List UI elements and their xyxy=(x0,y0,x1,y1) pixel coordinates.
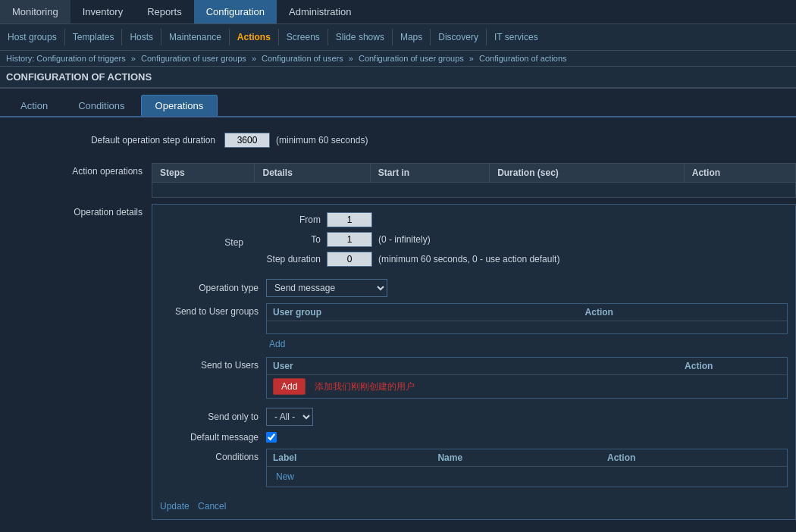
breadcrumb-link-2[interactable]: Configuration of user groups xyxy=(141,54,246,63)
users-table-container: User Action Add 添加我们刚刚创建的用户 xyxy=(266,357,788,399)
user-groups-table: User group Action xyxy=(267,304,787,333)
breadcrumb-current: Configuration of actions xyxy=(479,54,567,63)
send-user-groups-control: User group Action Add xyxy=(266,303,788,351)
second-nav: Host groups Templates Hosts Maintenance … xyxy=(0,24,796,51)
add-user-annotation: 添加我们刚刚创建的用户 xyxy=(315,381,415,392)
nav-it-services[interactable]: IT services xyxy=(487,29,546,45)
action-operations-table: Steps Details Start in Duration (sec) Ac… xyxy=(152,163,796,198)
nav-screens[interactable]: Screens xyxy=(279,29,328,45)
send-only-label: Send only to xyxy=(160,412,266,422)
cond-col-label: Label xyxy=(267,449,431,467)
breadcrumb-sep2: » xyxy=(252,54,259,63)
nav-host-groups[interactable]: Host groups xyxy=(0,29,65,45)
step-fields: From To (0 - infinitely) Step duration (… xyxy=(251,212,559,273)
breadcrumb-prefix: History: xyxy=(6,54,36,63)
step-duration-hint: (minimum 60 seconds) xyxy=(276,135,368,146)
page-title: CONFIGURATION OF ACTIONS xyxy=(6,71,152,83)
users-add-button[interactable]: Add xyxy=(273,378,306,395)
step-duration-sub-input[interactable] xyxy=(327,252,372,267)
table-row: New xyxy=(267,466,787,487)
action-operations-label: Action operations xyxy=(0,163,152,177)
table-row: Add 添加我们刚刚创建的用户 xyxy=(267,374,787,398)
step-to-hint: (0 - infinitely) xyxy=(378,234,431,245)
conditions-new-link[interactable]: New xyxy=(273,470,297,483)
op-update-link[interactable]: Update xyxy=(160,501,190,512)
breadcrumb: History: Configuration of triggers » Con… xyxy=(0,51,796,67)
conditions-control: Label Name Action New xyxy=(266,449,788,490)
breadcrumb-link-1[interactable]: Configuration of triggers xyxy=(36,54,125,63)
action-operations-control: Steps Details Start in Duration (sec) Ac… xyxy=(152,163,796,198)
default-message-row: Default message xyxy=(160,432,788,443)
operation-type-label: Operation type xyxy=(160,283,266,293)
nav-reports[interactable]: Reports xyxy=(135,0,194,23)
breadcrumb-sep: » xyxy=(131,54,138,63)
cond-col-name: Name xyxy=(431,449,601,467)
ops-col-steps: Steps xyxy=(152,164,255,183)
step-from-input[interactable] xyxy=(327,212,372,227)
send-users-row: Send to Users User Action xyxy=(160,357,788,402)
step-duration-input[interactable] xyxy=(224,133,270,148)
user-groups-table-container: User group Action xyxy=(266,303,788,334)
table-row xyxy=(152,183,796,198)
content-area: Default operation step duration (minimum… xyxy=(0,117,796,532)
op-cancel-link[interactable]: Cancel xyxy=(198,501,226,512)
nav-maps[interactable]: Maps xyxy=(393,29,431,45)
operation-type-row: Operation type Send message Remote comma… xyxy=(160,279,788,297)
ops-col-start: Start in xyxy=(370,164,489,183)
step-from-label: From xyxy=(251,214,327,225)
nav-administration[interactable]: Administration xyxy=(277,0,363,23)
ops-col-details: Details xyxy=(255,164,370,183)
step-duration-sub-label: Step duration xyxy=(251,254,327,264)
nav-slide-shows[interactable]: Slide shows xyxy=(328,29,393,45)
operation-details-box: Step From To (0 - infinitely) Step durat… xyxy=(152,204,796,520)
u-col-user: User xyxy=(267,358,678,375)
tab-action[interactable]: Action xyxy=(6,95,62,116)
nav-templates[interactable]: Templates xyxy=(65,29,123,45)
step-duration-row: Default operation step duration (minimum… xyxy=(0,127,796,154)
step-label: Step xyxy=(160,237,251,248)
step-from-row: From xyxy=(251,212,559,227)
breadcrumb-link-3[interactable]: Configuration of users xyxy=(262,54,343,63)
conditions-table: Label Name Action New xyxy=(267,449,787,487)
operation-details-label: Operation details xyxy=(0,204,152,217)
user-groups-add-link[interactable]: Add xyxy=(266,337,288,351)
nav-maintenance[interactable]: Maintenance xyxy=(161,29,230,45)
send-user-groups-label: Send to User groups xyxy=(160,303,266,317)
operation-details-row: Operation details Step From To (0 - infi… xyxy=(0,204,796,520)
nav-configuration[interactable]: Configuration xyxy=(194,0,277,23)
page-title-bar: CONFIGURATION OF ACTIONS xyxy=(0,67,796,89)
ug-col-group: User group xyxy=(267,304,579,321)
nav-discovery[interactable]: Discovery xyxy=(431,29,487,45)
step-to-label: To xyxy=(251,234,327,245)
nav-actions[interactable]: Actions xyxy=(230,29,279,45)
step-duration-sub-row: Step duration (minimum 60 seconds, 0 - u… xyxy=(251,252,559,267)
action-operations-row: Action operations Steps Details Start in… xyxy=(0,163,796,198)
step-to-input[interactable] xyxy=(327,232,372,247)
send-user-groups-row: Send to User groups User group Action xyxy=(160,303,788,351)
cond-col-action: Action xyxy=(601,449,787,467)
conditions-table-container: Label Name Action New xyxy=(266,449,788,487)
top-nav: Monitoring Inventory Reports Configurati… xyxy=(0,0,796,24)
step-to-row: To (0 - infinitely) xyxy=(251,232,559,247)
tab-conditions[interactable]: Conditions xyxy=(64,95,139,116)
step-duration-label: Default operation step duration xyxy=(12,135,224,146)
u-col-action: Action xyxy=(678,358,787,375)
step-section: Step From To (0 - infinitely) Step durat… xyxy=(160,212,788,273)
send-users-label: Send to Users xyxy=(160,357,266,371)
operation-type-select[interactable]: Send message Remote command xyxy=(266,279,387,297)
ops-col-action: Action xyxy=(684,164,795,183)
users-table: User Action Add 添加我们刚刚创建的用户 xyxy=(267,358,787,398)
table-row xyxy=(267,321,787,333)
nav-inventory[interactable]: Inventory xyxy=(71,0,135,23)
default-message-checkbox[interactable] xyxy=(266,432,277,443)
conditions-row: Conditions Label Name Action xyxy=(160,449,788,490)
default-message-label: Default message xyxy=(160,432,266,443)
breadcrumb-sep3: » xyxy=(349,54,356,63)
tab-operations[interactable]: Operations xyxy=(141,95,218,116)
breadcrumb-link-4[interactable]: Configuration of user groups xyxy=(359,54,464,63)
nav-monitoring[interactable]: Monitoring xyxy=(0,0,71,23)
breadcrumb-sep4: » xyxy=(469,54,476,63)
op-detail-actions: Update Cancel xyxy=(160,496,788,512)
send-only-select[interactable]: - All - xyxy=(266,408,313,426)
nav-hosts[interactable]: Hosts xyxy=(122,29,161,45)
